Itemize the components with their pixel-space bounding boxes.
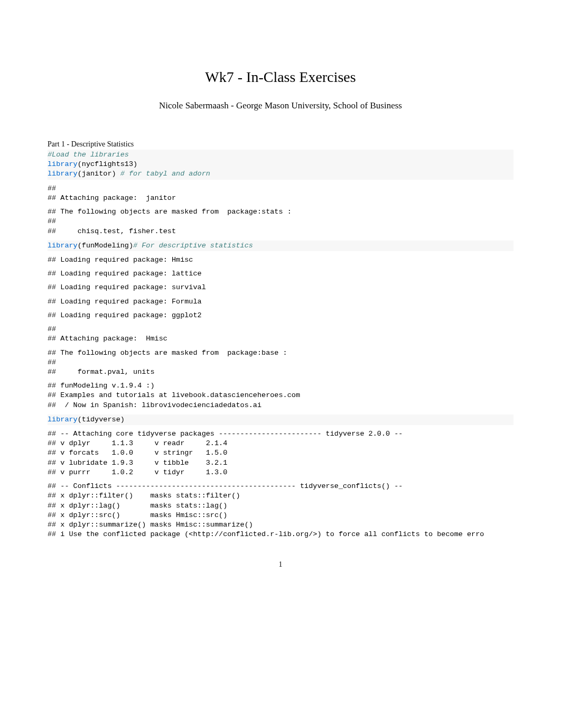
code-call: (janitor) <box>78 170 120 178</box>
code-line: library(nycflights13) <box>48 160 513 169</box>
code-comment: # For descriptive statistics <box>133 242 253 250</box>
code-keyword: library <box>48 170 78 178</box>
console-output: ## The following objects are masked from… <box>48 348 513 377</box>
code-call: (tidyverse) <box>78 416 125 423</box>
code-line: library(janitor) # for tabyl and adorn <box>48 169 513 179</box>
page-number: 1 <box>48 560 513 569</box>
page-subtitle: Nicole Sabermaash - George Mason Univers… <box>48 100 513 111</box>
code-line: library(funModeling)# For descriptive st… <box>48 241 513 251</box>
code-line: #Load the libraries <box>48 150 513 160</box>
code-comment: # for tabyl and adorn <box>120 170 210 178</box>
console-output: ## ## Attaching package: janitor <box>48 184 513 203</box>
console-output: ## Loading required package: Formula <box>48 297 513 307</box>
code-block: library(funModeling)# For descriptive st… <box>48 241 513 251</box>
console-output: ## funModeling v.1.9.4 :) ## Examples an… <box>48 381 513 410</box>
console-output: ## Loading required package: survival <box>48 283 513 292</box>
console-output: ## Loading required package: ggplot2 <box>48 311 513 320</box>
console-output: ## Loading required package: Hmisc <box>48 255 513 265</box>
page-title: Wk7 - In-Class Exercises <box>48 69 513 86</box>
code-line: library(tidyverse) <box>48 415 513 425</box>
code-keyword: library <box>48 160 78 168</box>
console-output: ## -- Conflicts ------------------------… <box>48 482 513 539</box>
code-block: #Load the libraries library(nycflights13… <box>48 150 513 180</box>
code-comment: #Load the libraries <box>48 151 129 159</box>
console-output: ## -- Attaching core tidyverse packages … <box>48 429 513 477</box>
section-heading: Part 1 - Descriptive Statistics <box>48 140 513 149</box>
code-keyword: library <box>48 242 78 250</box>
console-output: ## Loading required package: lattice <box>48 269 513 279</box>
console-output: ## ## Attaching package: Hmisc <box>48 325 513 344</box>
code-call: (funModeling) <box>78 242 133 250</box>
document-page: Wk7 - In-Class Exercises Nicole Sabermaa… <box>0 0 561 590</box>
code-call: (nycflights13) <box>78 160 137 168</box>
console-output: ## The following objects are masked from… <box>48 207 513 236</box>
code-keyword: library <box>48 416 78 423</box>
code-block: library(tidyverse) <box>48 414 513 425</box>
